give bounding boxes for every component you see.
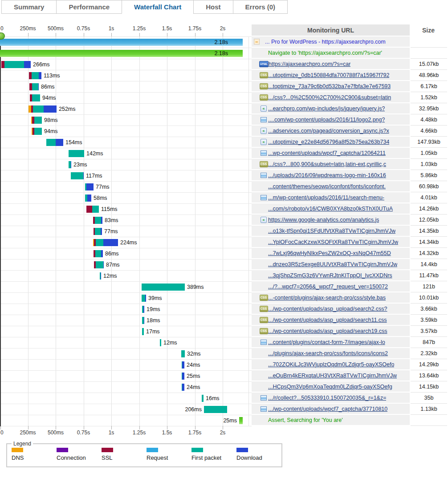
- legend-title: Legend: [12, 441, 33, 447]
- request-url-link[interactable]: ...adservices.com/pagead/conversion_asyn…: [268, 128, 389, 134]
- tab-performance[interactable]: Performance: [56, 0, 122, 14]
- bar-segment-firstpacket: [69, 150, 84, 157]
- column-header-size: Size: [411, 24, 446, 36]
- table-row: ...com/s/roboto/v16/CWB0XYA8bzo0kSThX0UT…: [252, 203, 448, 215]
- request-url-link[interactable]: ...toptimize_73a79c6b0d532ba7e7fbfa3e7e6…: [268, 83, 391, 89]
- file-type-icon-slot: «: [259, 139, 268, 145]
- tab-waterfall-chart[interactable]: Waterfall Chart: [122, 0, 193, 14]
- request-url-link[interactable]: ...content/plugins/contact-form-7/images…: [268, 339, 385, 345]
- script-file-icon: «: [261, 105, 267, 112]
- request-url-link[interactable]: ...7wLxj96qwHyNIkxPesZW2xOQ-xsNqO47m55D: [268, 250, 391, 256]
- request-url-link[interactable]: ...m/wp-content/uploads/2016/11/search-m…: [268, 194, 384, 201]
- request-bar: [29, 72, 41, 79]
- axis-tick-label: 1s: [109, 25, 114, 32]
- request-table: −... Pro for WordPress - https://ajaxsea…: [252, 36, 448, 426]
- axis-tick-mark: [223, 33, 223, 36]
- request-url-link[interactable]: ...utoptimize_0db150884dfa700788f7a15967…: [268, 72, 389, 78]
- bar-duration-label: 224ms: [120, 239, 137, 246]
- waterfall-row: 12ms: [0, 337, 252, 348]
- request-url-link[interactable]: .../wp-content/uploads/asp_upload/search…: [268, 328, 387, 334]
- request-url-link[interactable]: .../uploads/2016/09/wpdreams-logo-min-16…: [268, 172, 386, 178]
- request-url-link[interactable]: ...3qjShpZSmG3z6VYwnRJtnKITppOI_IvcXXDNr…: [268, 272, 392, 279]
- bar-segment-firstpacket: [142, 295, 145, 302]
- axis-tick-label: 2s: [220, 429, 226, 436]
- request-url-link[interactable]: ...HCpsQm3Vp6mXoaTeqdm0LZdjqr5-oayXSOefg: [268, 384, 392, 390]
- request-url-link[interactable]: ....com/wp-content/uploads/2016/11/logo2…: [268, 117, 385, 123]
- request-url-link[interactable]: .../wp-content/uploads/wpcf7_captcha/377…: [268, 406, 387, 412]
- waterfall-row: 113ms: [0, 70, 252, 81]
- legend-item-first-packet: First packet: [191, 448, 236, 461]
- request-url-link[interactable]: .../wp-content/uploads/asp_upload/search…: [268, 306, 387, 312]
- request-url-link[interactable]: ...wp-content/uploads/wpcf7_captcha/1206…: [268, 150, 386, 156]
- bar-segment-download: [182, 361, 184, 369]
- bar-segment-download: [83, 172, 84, 179]
- request-bar: [69, 161, 71, 168]
- request-bar: [31, 117, 42, 124]
- request-url-link[interactable]: ...utoptimize_e22e84d56796a8f52b75ea263b…: [268, 139, 389, 145]
- file-type-icon-slot: [259, 195, 268, 200]
- size-cell: 147.93kb: [411, 137, 447, 148]
- size-cell: 14.15kb: [411, 381, 447, 393]
- collapse-toggle-icon[interactable]: −: [254, 39, 260, 45]
- css-file-icon: CSS: [260, 94, 268, 101]
- axis-tick-mark: [56, 33, 56, 36]
- axis-tick-mark: [28, 33, 29, 36]
- waterfall-row: 266ms: [0, 59, 252, 70]
- script-file-icon: «: [261, 217, 267, 223]
- request-url-link[interactable]: ...o13k-tfSpn0qi1SFdUfVtXRa8TVwTICgirnJh…: [268, 228, 395, 234]
- request-url-link[interactable]: https://www.google-analytics.com/analyti…: [268, 217, 379, 223]
- size-cell: 60.98kb: [411, 181, 447, 192]
- bar-duration-label: 32ms: [187, 350, 201, 357]
- request-url-link[interactable]: ...com/s/roboto/v16/CWB0XYA8bzo0kSThX0UT…: [268, 206, 393, 212]
- bar-duration-label: 77ms: [104, 228, 118, 235]
- waterfall-row: 2.18s: [0, 48, 252, 59]
- file-type-icon-slot: CSS: [259, 295, 268, 301]
- request-url-link[interactable]: ...-content/plugins/ajax-search-pro/css/…: [268, 295, 386, 301]
- request-url-link[interactable]: .../r/collect?...505333910.1500720035&_r…: [268, 395, 386, 401]
- request-url-link[interactable]: .../plugins/ajax-search-pro/css/fonts/ic…: [268, 350, 388, 356]
- request-url-link[interactable]: ...content/themes/seowp/iconfont/fonts/i…: [268, 183, 386, 190]
- waterfall-row: 18ms: [0, 315, 252, 326]
- monitoring-url-cell: Navigate to 'https://ajaxsearchpro.com/?…: [252, 48, 410, 58]
- axis-tick-mark: [84, 33, 84, 36]
- table-row: .../plugins/ajax-search-pro/css/fonts/ic…: [252, 348, 448, 359]
- request-url-link[interactable]: ...YplOFocCacKzxwXSOFtXRa8TVwTICgirnJhmV…: [268, 239, 398, 245]
- request-url-link[interactable]: .../css?...800,900&subset=latin,latin-ex…: [268, 161, 386, 167]
- tab-errors-0[interactable]: Errors (0): [233, 0, 288, 14]
- monitoring-url-cell: .../?...wpcf7=2056&_wpcf7_request_ver=15…: [252, 281, 410, 292]
- request-url-link[interactable]: ...dnzeo3R5zSexge8UUVtXRa8TVwTICgirnJhmV…: [268, 261, 397, 267]
- request-url-link[interactable]: ...702ZOKiLJc3WVjuplzOqdm0LZdjqr5-oayXSO…: [268, 361, 394, 368]
- size-cell: 14.35kb: [411, 226, 447, 237]
- axis-tick-label: 0.75s: [77, 429, 90, 436]
- request-bar: [94, 261, 104, 268]
- size-cell: 121b: [411, 281, 447, 292]
- bar-segment-download: [101, 272, 101, 280]
- table-row: «https://www.google-analytics.com/analyt…: [252, 215, 448, 226]
- connection-color-swatch: [57, 448, 68, 452]
- bar-segment-download: [71, 161, 71, 168]
- request-url-link[interactable]: ...earchpro.com/wp-includes/js/jquery/jq…: [268, 105, 385, 112]
- request-url-link[interactable]: https://ajaxsearchpro.com/?s=car: [269, 61, 350, 67]
- size-cell: 4.66kb: [411, 126, 447, 137]
- bar-duration-label: 94ms: [44, 128, 58, 135]
- bar-duration-label: 12ms: [103, 272, 117, 280]
- axis-tick-mark: [223, 426, 223, 429]
- monitoring-url-cell: CSS.../wp-content/uploads/asp_upload/sea…: [252, 315, 410, 325]
- request-url-link[interactable]: .../wp-content/uploads/asp_upload/search…: [268, 317, 387, 323]
- axis-tick-mark: [28, 426, 29, 429]
- monitoring-url-cell: Assert, Searching for 'You are': [252, 415, 410, 425]
- request-url-link[interactable]: .../?...wpcf7=2056&_wpcf7_request_ver=15…: [268, 284, 388, 290]
- axis-tick-label: 250ms: [20, 429, 36, 436]
- table-row: .../uploads/2016/09/wpdreams-logo-min-16…: [252, 170, 448, 181]
- request-url-link[interactable]: ...eOuBrn4kERxqtaUH3VtXRa8TVwTICgirnJhmV…: [268, 373, 397, 379]
- tab-summary[interactable]: Summary: [1, 0, 56, 14]
- axis-tick-label: 1.5s: [162, 25, 172, 32]
- table-row: CSS.../css?...800,900&subset=latin,latin…: [252, 159, 448, 170]
- timeline-axis-top: 0250ms500ms0.75s1s1.25s1.5s1.75s2s: [0, 24, 252, 36]
- request-url-link[interactable]: .../css?...0%2C500%2C700%2C900&subset=la…: [268, 94, 391, 101]
- waterfall-row: 77ms: [0, 182, 252, 193]
- monitoring-url-cell: «...earchpro.com/wp-includes/js/jquery/j…: [252, 103, 410, 113]
- tab-host[interactable]: Host: [193, 0, 232, 14]
- monitoring-url-cell: «...adservices.com/pagead/conversion_asy…: [252, 126, 410, 136]
- file-type-icon-slot: HTML: [259, 61, 269, 67]
